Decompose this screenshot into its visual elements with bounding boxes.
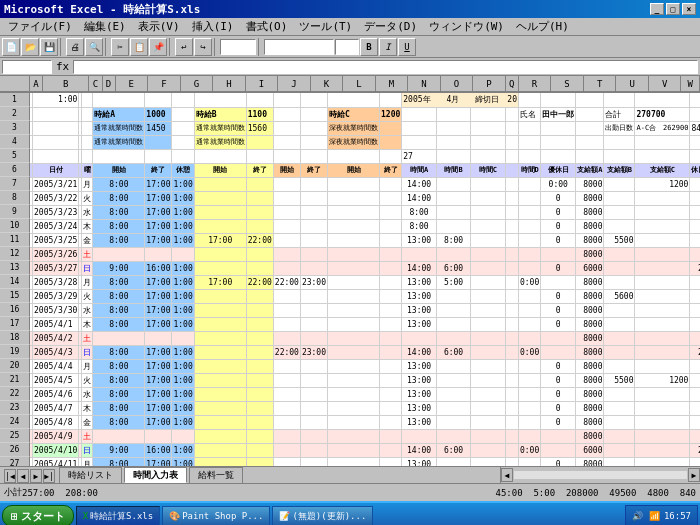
cell-l3[interactable]: 深夜就業時間数 xyxy=(328,121,380,135)
cell-n3[interactable] xyxy=(402,121,437,135)
cell-g6[interactable]: 休憩 xyxy=(172,163,194,177)
minimize-button[interactable]: _ xyxy=(650,3,664,15)
cell-s3[interactable] xyxy=(541,121,576,135)
row-num-9[interactable]: 9 xyxy=(0,205,30,219)
row-num-3[interactable]: 3 xyxy=(0,121,30,135)
menu-file[interactable]: ファイル(F) xyxy=(2,18,78,35)
cell-j1[interactable] xyxy=(273,93,300,107)
cell-d5[interactable] xyxy=(82,149,93,163)
cell-e1[interactable] xyxy=(93,93,145,107)
row-num-18[interactable]: 18 xyxy=(0,331,30,345)
cell-m2[interactable]: 1200 xyxy=(380,107,402,121)
col-header-k[interactable]: K xyxy=(311,76,344,92)
cell-u6[interactable]: 支給額B xyxy=(604,163,635,177)
cell-m4[interactable] xyxy=(380,135,402,149)
menu-help[interactable]: ヘルプ(H) xyxy=(510,18,575,35)
col-header-c[interactable]: C xyxy=(89,76,102,92)
cell-h6[interactable]: 開始 xyxy=(194,163,246,177)
cell-v2[interactable]: 270700 xyxy=(635,107,690,121)
cell-w1[interactable] xyxy=(690,93,700,107)
col-header-e[interactable]: E xyxy=(116,76,149,92)
cell-p4[interactable] xyxy=(471,135,505,149)
cell-k4[interactable] xyxy=(300,135,327,149)
cell-w5[interactable] xyxy=(690,149,700,163)
cell-g5[interactable] xyxy=(172,149,194,163)
cell-k2[interactable] xyxy=(300,107,327,121)
cell-t6[interactable]: 支給額A xyxy=(576,163,604,177)
cell-j2[interactable] xyxy=(273,107,300,121)
cell-v5[interactable] xyxy=(635,149,690,163)
cell-h3[interactable]: 通常就業時間数 xyxy=(194,121,246,135)
col-header-f[interactable]: F xyxy=(148,76,181,92)
cell-l1[interactable] xyxy=(328,93,380,107)
menu-insert[interactable]: 挿入(I) xyxy=(186,18,240,35)
cell-q6[interactable] xyxy=(505,163,518,177)
cell-o6[interactable]: 時間B xyxy=(436,163,470,177)
menu-window[interactable]: ウィンドウ(W) xyxy=(423,18,510,35)
fontsize-input[interactable]: 11 xyxy=(335,39,359,55)
cell-s4[interactable] xyxy=(541,135,576,149)
cell-g4[interactable] xyxy=(172,135,194,149)
cell-b1[interactable]: 1:00 xyxy=(33,93,79,107)
row-num-22[interactable]: 22 xyxy=(0,387,30,401)
cell-j5[interactable] xyxy=(273,149,300,163)
row-num-15[interactable]: 15 xyxy=(0,289,30,303)
tab-jikyu-list[interactable]: 時給リスト xyxy=(59,467,122,483)
cell-i4[interactable] xyxy=(246,135,273,149)
cell-o3[interactable] xyxy=(436,121,470,135)
row-num-6[interactable]: 6 xyxy=(0,163,30,177)
cell-h1[interactable] xyxy=(194,93,246,107)
cell-l6[interactable]: 開始 xyxy=(328,163,380,177)
cell-f5[interactable] xyxy=(145,149,172,163)
cell-o5[interactable] xyxy=(436,149,470,163)
col-header-t[interactable]: T xyxy=(584,76,617,92)
tab-nav-last[interactable]: ▶| xyxy=(43,469,55,483)
row-num-26[interactable]: 26 xyxy=(0,443,30,457)
formula-input[interactable] xyxy=(73,60,698,74)
close-button[interactable]: × xyxy=(682,3,696,15)
cell-t1[interactable] xyxy=(576,93,604,107)
cell-w4[interactable] xyxy=(690,135,700,149)
cell-t3[interactable] xyxy=(576,121,604,135)
cell-f6[interactable]: 終了 xyxy=(145,163,172,177)
cell-q4[interactable] xyxy=(505,135,518,149)
tab-kyuryo-ichiran[interactable]: 給料一覧 xyxy=(189,467,243,483)
row-num-7[interactable]: 7 xyxy=(0,177,30,191)
col-header-b[interactable]: B xyxy=(43,76,89,92)
cell-u4[interactable] xyxy=(604,135,635,149)
cell-k6[interactable]: 終了 xyxy=(300,163,327,177)
cell-o4[interactable] xyxy=(436,135,470,149)
cell-v1[interactable] xyxy=(635,93,690,107)
cell-u3[interactable]: 出勤日数 xyxy=(604,121,635,135)
col-header-n[interactable]: N xyxy=(408,76,441,92)
cell-l5[interactable] xyxy=(328,149,380,163)
open-button[interactable]: 📂 xyxy=(21,38,39,56)
cell-q2[interactable] xyxy=(505,107,518,121)
taskbar-paintshop-button[interactable]: 🎨 Paint Shop P... xyxy=(162,506,270,525)
menu-view[interactable]: 表示(V) xyxy=(132,18,186,35)
cell-i3[interactable]: 1560 xyxy=(246,121,273,135)
cell-v3[interactable]: A-C合 262900 xyxy=(635,121,690,135)
cell-w3[interactable]: 8400 xyxy=(690,121,700,135)
col-header-w[interactable]: W xyxy=(681,76,700,92)
cell-p2[interactable] xyxy=(471,107,505,121)
cell-s1[interactable] xyxy=(541,93,576,107)
cell-r6[interactable]: 時間D xyxy=(518,163,540,177)
print-button[interactable]: 🖨 xyxy=(66,38,84,56)
cell-h4[interactable]: 通常就業時間数 xyxy=(194,135,246,149)
tab-jikan-nyuryoku[interactable]: 時間入力表 xyxy=(124,467,187,483)
cell-f3[interactable]: 1450 xyxy=(145,121,172,135)
cell-p3[interactable] xyxy=(471,121,505,135)
cell-r1[interactable] xyxy=(518,93,540,107)
row-num-14[interactable]: 14 xyxy=(0,275,30,289)
cell-d1[interactable] xyxy=(82,93,93,107)
cell-e3[interactable]: 通常就業時間数 xyxy=(93,121,145,135)
menu-tools[interactable]: ツール(T) xyxy=(293,18,358,35)
print-preview-button[interactable]: 🔍 xyxy=(85,38,103,56)
cell-d3[interactable] xyxy=(82,121,93,135)
cell-i6[interactable]: 終了 xyxy=(246,163,273,177)
cell-d4[interactable] xyxy=(82,135,93,149)
cell-s5[interactable] xyxy=(541,149,576,163)
cell-i5[interactable] xyxy=(246,149,273,163)
col-header-a[interactable]: A xyxy=(30,76,43,92)
